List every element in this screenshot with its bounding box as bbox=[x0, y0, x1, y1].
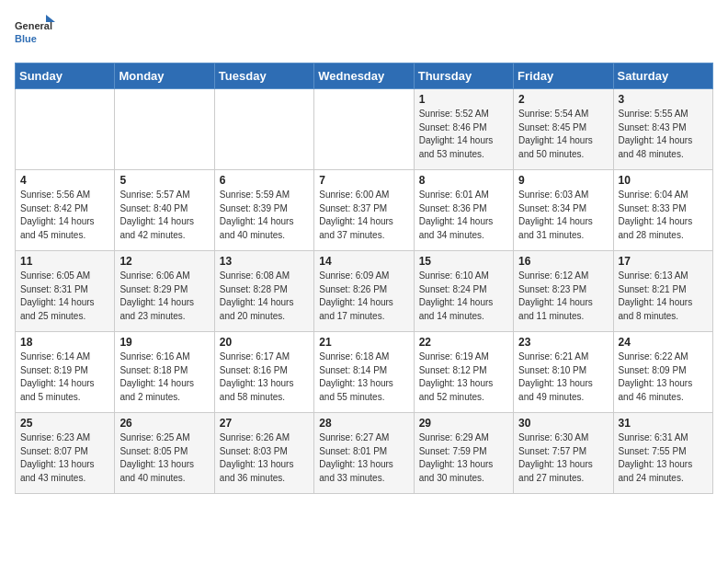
day-number: 14 bbox=[319, 255, 408, 268]
header-cell-monday: Monday bbox=[115, 63, 214, 89]
day-number: 25 bbox=[20, 417, 109, 430]
day-info: Sunrise: 6:01 AM Sunset: 8:36 PM Dayligh… bbox=[419, 189, 508, 242]
day-number: 22 bbox=[419, 336, 508, 349]
day-cell: 11Sunrise: 6:05 AM Sunset: 8:31 PM Dayli… bbox=[16, 251, 115, 332]
day-cell: 4Sunrise: 5:56 AM Sunset: 8:42 PM Daylig… bbox=[16, 170, 115, 251]
calendar-header: SundayMondayTuesdayWednesdayThursdayFrid… bbox=[16, 63, 713, 89]
day-info: Sunrise: 5:56 AM Sunset: 8:42 PM Dayligh… bbox=[20, 189, 109, 242]
day-number: 29 bbox=[419, 417, 508, 430]
day-number: 28 bbox=[319, 417, 408, 430]
day-cell: 13Sunrise: 6:08 AM Sunset: 8:28 PM Dayli… bbox=[214, 251, 313, 332]
calendar-table: SundayMondayTuesdayWednesdayThursdayFrid… bbox=[15, 63, 713, 494]
day-cell: 9Sunrise: 6:03 AM Sunset: 8:34 PM Daylig… bbox=[514, 170, 613, 251]
week-row-4: 18Sunrise: 6:14 AM Sunset: 8:19 PM Dayli… bbox=[16, 332, 713, 413]
day-info: Sunrise: 6:10 AM Sunset: 8:24 PM Dayligh… bbox=[419, 270, 508, 323]
day-cell: 7Sunrise: 6:00 AM Sunset: 8:37 PM Daylig… bbox=[314, 170, 414, 251]
day-info: Sunrise: 6:21 AM Sunset: 8:10 PM Dayligh… bbox=[518, 350, 608, 404]
day-info: Sunrise: 5:59 AM Sunset: 8:39 PM Dayligh… bbox=[220, 189, 309, 242]
day-cell: 14Sunrise: 6:09 AM Sunset: 8:26 PM Dayli… bbox=[314, 251, 414, 332]
day-info: Sunrise: 6:03 AM Sunset: 8:34 PM Dayligh… bbox=[518, 189, 608, 242]
day-number: 16 bbox=[518, 255, 608, 268]
day-cell: 19Sunrise: 6:16 AM Sunset: 8:18 PM Dayli… bbox=[115, 332, 214, 413]
day-cell: 15Sunrise: 6:10 AM Sunset: 8:24 PM Dayli… bbox=[414, 251, 513, 332]
day-cell: 1Sunrise: 5:52 AM Sunset: 8:46 PM Daylig… bbox=[414, 89, 513, 170]
day-number: 4 bbox=[20, 174, 109, 187]
day-number: 10 bbox=[619, 174, 708, 187]
day-number: 2 bbox=[518, 93, 608, 106]
day-number: 1 bbox=[419, 93, 508, 106]
day-info: Sunrise: 6:25 AM Sunset: 8:05 PM Dayligh… bbox=[119, 431, 209, 485]
day-info: Sunrise: 6:22 AM Sunset: 8:09 PM Dayligh… bbox=[619, 350, 708, 404]
day-cell: 24Sunrise: 6:22 AM Sunset: 8:09 PM Dayli… bbox=[613, 332, 712, 413]
week-row-5: 25Sunrise: 6:23 AM Sunset: 8:07 PM Dayli… bbox=[16, 413, 713, 494]
day-cell: 29Sunrise: 6:29 AM Sunset: 7:59 PM Dayli… bbox=[414, 413, 513, 494]
day-info: Sunrise: 6:00 AM Sunset: 8:37 PM Dayligh… bbox=[319, 189, 408, 242]
day-cell: 25Sunrise: 6:23 AM Sunset: 8:07 PM Dayli… bbox=[16, 413, 115, 494]
day-cell: 10Sunrise: 6:04 AM Sunset: 8:33 PM Dayli… bbox=[613, 170, 712, 251]
day-cell: 20Sunrise: 6:17 AM Sunset: 8:16 PM Dayli… bbox=[214, 332, 313, 413]
svg-text:Blue: Blue bbox=[15, 33, 37, 44]
day-info: Sunrise: 6:30 AM Sunset: 7:57 PM Dayligh… bbox=[518, 431, 608, 485]
day-number: 3 bbox=[619, 93, 708, 106]
header-cell-wednesday: Wednesday bbox=[314, 63, 414, 89]
day-cell: 30Sunrise: 6:30 AM Sunset: 7:57 PM Dayli… bbox=[514, 413, 613, 494]
day-info: Sunrise: 6:13 AM Sunset: 8:21 PM Dayligh… bbox=[619, 270, 708, 323]
day-cell: 12Sunrise: 6:06 AM Sunset: 8:29 PM Dayli… bbox=[115, 251, 214, 332]
day-cell bbox=[16, 89, 115, 170]
day-number: 21 bbox=[319, 336, 408, 349]
day-info: Sunrise: 6:09 AM Sunset: 8:26 PM Dayligh… bbox=[319, 270, 408, 323]
day-number: 23 bbox=[518, 336, 608, 349]
day-cell: 31Sunrise: 6:31 AM Sunset: 7:55 PM Dayli… bbox=[613, 413, 712, 494]
day-info: Sunrise: 6:26 AM Sunset: 8:03 PM Dayligh… bbox=[220, 431, 309, 485]
day-info: Sunrise: 6:23 AM Sunset: 8:07 PM Dayligh… bbox=[20, 431, 109, 485]
day-info: Sunrise: 6:08 AM Sunset: 8:28 PM Dayligh… bbox=[220, 270, 309, 323]
day-number: 30 bbox=[518, 417, 608, 430]
header-cell-sunday: Sunday bbox=[16, 63, 115, 89]
day-cell: 2Sunrise: 5:54 AM Sunset: 8:45 PM Daylig… bbox=[514, 89, 613, 170]
day-info: Sunrise: 6:05 AM Sunset: 8:31 PM Dayligh… bbox=[20, 270, 109, 323]
day-info: Sunrise: 6:27 AM Sunset: 8:01 PM Dayligh… bbox=[319, 431, 408, 485]
day-cell: 23Sunrise: 6:21 AM Sunset: 8:10 PM Dayli… bbox=[514, 332, 613, 413]
day-cell: 27Sunrise: 6:26 AM Sunset: 8:03 PM Dayli… bbox=[214, 413, 313, 494]
day-cell: 17Sunrise: 6:13 AM Sunset: 8:21 PM Dayli… bbox=[613, 251, 712, 332]
header-cell-saturday: Saturday bbox=[613, 63, 712, 89]
logo: General Blue bbox=[15, 15, 59, 52]
day-cell bbox=[214, 89, 313, 170]
day-cell: 3Sunrise: 5:55 AM Sunset: 8:43 PM Daylig… bbox=[613, 89, 712, 170]
day-number: 31 bbox=[619, 417, 708, 430]
day-cell: 18Sunrise: 6:14 AM Sunset: 8:19 PM Dayli… bbox=[16, 332, 115, 413]
day-number: 5 bbox=[119, 174, 209, 187]
day-number: 27 bbox=[220, 417, 309, 430]
day-info: Sunrise: 5:52 AM Sunset: 8:46 PM Dayligh… bbox=[419, 108, 508, 161]
day-info: Sunrise: 6:18 AM Sunset: 8:14 PM Dayligh… bbox=[319, 350, 408, 404]
day-cell: 22Sunrise: 6:19 AM Sunset: 8:12 PM Dayli… bbox=[414, 332, 513, 413]
calendar-body: 1Sunrise: 5:52 AM Sunset: 8:46 PM Daylig… bbox=[16, 89, 713, 494]
day-info: Sunrise: 6:14 AM Sunset: 8:19 PM Dayligh… bbox=[20, 350, 109, 404]
day-cell: 16Sunrise: 6:12 AM Sunset: 8:23 PM Dayli… bbox=[514, 251, 613, 332]
day-info: Sunrise: 6:19 AM Sunset: 8:12 PM Dayligh… bbox=[419, 350, 508, 404]
day-number: 6 bbox=[220, 174, 309, 187]
day-info: Sunrise: 6:06 AM Sunset: 8:29 PM Dayligh… bbox=[119, 270, 209, 323]
svg-marker-2 bbox=[46, 15, 55, 22]
day-number: 11 bbox=[20, 255, 109, 268]
day-number: 19 bbox=[119, 336, 209, 349]
day-cell: 28Sunrise: 6:27 AM Sunset: 8:01 PM Dayli… bbox=[314, 413, 414, 494]
day-cell bbox=[314, 89, 414, 170]
day-cell: 5Sunrise: 5:57 AM Sunset: 8:40 PM Daylig… bbox=[115, 170, 214, 251]
day-info: Sunrise: 6:31 AM Sunset: 7:55 PM Dayligh… bbox=[619, 431, 708, 485]
day-info: Sunrise: 6:16 AM Sunset: 8:18 PM Dayligh… bbox=[119, 350, 209, 404]
day-info: Sunrise: 5:55 AM Sunset: 8:43 PM Dayligh… bbox=[619, 108, 708, 161]
week-row-1: 1Sunrise: 5:52 AM Sunset: 8:46 PM Daylig… bbox=[16, 89, 713, 170]
day-number: 13 bbox=[220, 255, 309, 268]
day-number: 17 bbox=[619, 255, 708, 268]
day-number: 24 bbox=[619, 336, 708, 349]
header-cell-tuesday: Tuesday bbox=[214, 63, 313, 89]
page-header: General Blue bbox=[15, 15, 713, 52]
day-number: 18 bbox=[20, 336, 109, 349]
day-number: 12 bbox=[119, 255, 209, 268]
day-cell: 21Sunrise: 6:18 AM Sunset: 8:14 PM Dayli… bbox=[314, 332, 414, 413]
day-cell: 6Sunrise: 5:59 AM Sunset: 8:39 PM Daylig… bbox=[214, 170, 313, 251]
day-number: 8 bbox=[419, 174, 508, 187]
header-row: SundayMondayTuesdayWednesdayThursdayFrid… bbox=[16, 63, 713, 89]
day-info: Sunrise: 6:04 AM Sunset: 8:33 PM Dayligh… bbox=[619, 189, 708, 242]
